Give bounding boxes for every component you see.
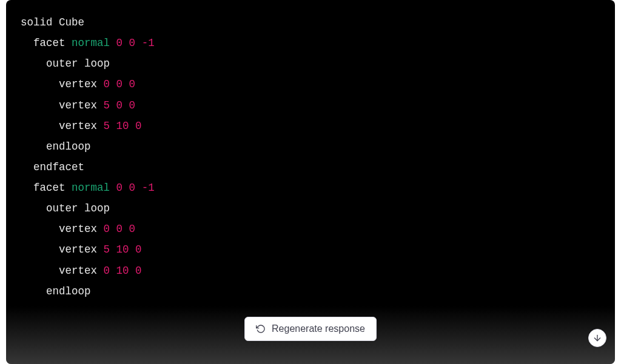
code-line: facet normal 0 0 -1 [21, 177, 600, 198]
vertex-y: 0 [116, 99, 123, 111]
keyword-facet: facet [33, 37, 65, 49]
vertex-y: 0 [116, 78, 123, 90]
normal-z: -1 [142, 182, 155, 194]
normal-x: 0 [116, 182, 123, 194]
vertex-z: 0 [135, 120, 142, 132]
normal-y: 0 [129, 182, 136, 194]
regenerate-response-button[interactable]: Regenerate response [244, 317, 377, 341]
stl-code-block: solid Cubefacet normal 0 0 -1outer loopv… [6, 0, 615, 314]
vertex-x: 5 [104, 99, 110, 111]
code-line: vertex 5 10 0 [21, 116, 600, 136]
keyword-endloop: endloop [46, 141, 91, 153]
code-line: facet normal 0 0 -1 [21, 33, 600, 53]
code-line: vertex 0 0 0 [21, 74, 600, 94]
scroll-to-bottom-button[interactable] [588, 329, 606, 347]
code-line: endfacet [21, 157, 600, 177]
keyword-normal: normal [72, 37, 110, 49]
vertex-x: 0 [104, 223, 110, 235]
code-line: vertex 0 0 0 [21, 219, 600, 239]
normal-z: -1 [142, 37, 155, 49]
normal-x: 0 [116, 37, 123, 49]
keyword-outer-loop: outer loop [46, 202, 110, 214]
code-line: endloop [21, 281, 600, 302]
solid-name: Cube [59, 16, 84, 28]
vertex-y: 10 [116, 243, 129, 256]
vertex-z: 0 [135, 243, 142, 256]
keyword-vertex: vertex [59, 243, 97, 256]
code-line: vertex 0 10 0 [21, 260, 600, 281]
regenerate-icon [256, 324, 266, 334]
keyword-vertex: vertex [59, 99, 97, 111]
vertex-z: 0 [129, 99, 136, 111]
code-line: vertex 5 0 0 [21, 95, 600, 116]
keyword-outer-loop: outer loop [46, 58, 110, 70]
code-line: endloop [21, 136, 600, 157]
keyword-vertex: vertex [59, 78, 97, 90]
regenerate-label: Regenerate response [272, 323, 365, 334]
vertex-x: 0 [104, 265, 110, 277]
vertex-y: 0 [116, 223, 123, 235]
normal-y: 0 [129, 37, 136, 49]
code-line: vertex 5 10 0 [21, 239, 600, 260]
keyword-vertex: vertex [59, 120, 97, 132]
vertex-z: 0 [135, 265, 142, 277]
code-block-container: solid Cubefacet normal 0 0 -1outer loopv… [6, 0, 615, 364]
code-line: solid Cube [21, 12, 600, 33]
vertex-z: 0 [129, 78, 136, 90]
vertex-z: 0 [129, 223, 136, 235]
code-line: outer loop [21, 198, 600, 219]
arrow-down-icon [592, 333, 602, 343]
vertex-x: 5 [104, 120, 110, 132]
vertex-x: 5 [104, 243, 110, 256]
vertex-y: 10 [116, 120, 129, 132]
keyword-vertex: vertex [59, 265, 97, 277]
keyword-vertex: vertex [59, 223, 97, 235]
keyword-normal: normal [72, 182, 110, 194]
keyword-endfacet: endfacet [33, 161, 84, 173]
code-line: outer loop [21, 53, 600, 74]
keyword-endloop: endloop [46, 285, 91, 297]
keyword-facet: facet [33, 182, 65, 194]
vertex-y: 10 [116, 265, 129, 277]
keyword-solid: solid [21, 16, 53, 28]
vertex-x: 0 [104, 78, 110, 90]
